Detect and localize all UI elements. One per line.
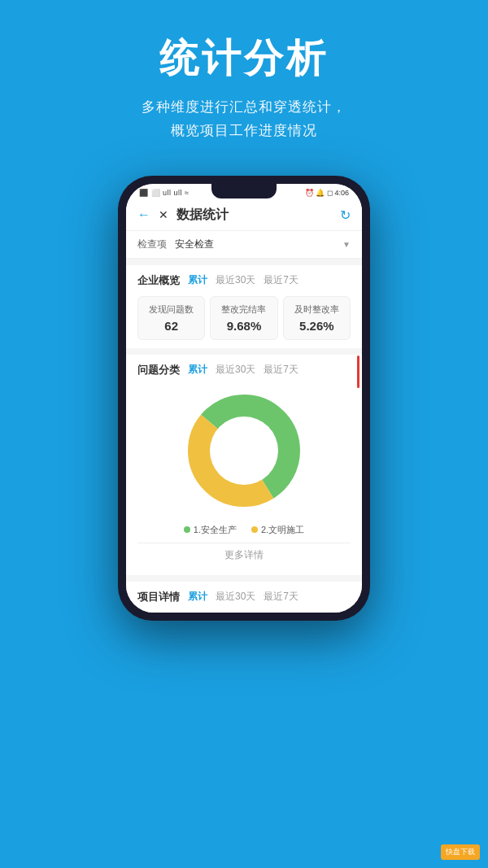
filter-value: 安全检查 — [175, 238, 334, 251]
refresh-icon[interactable]: ↻ — [340, 207, 351, 223]
legend-item-civilized: 2.文明施工 — [251, 524, 304, 536]
filter-label: 检查项 — [137, 238, 167, 251]
enterprise-tab-7days[interactable]: 最近7天 — [264, 273, 298, 287]
dropdown-arrow-icon[interactable]: ▼ — [342, 240, 351, 249]
phone-notch — [211, 184, 277, 198]
issues-tab-cumulative[interactable]: 累计 — [188, 363, 207, 377]
legend-item-safety: 1.安全生产 — [184, 524, 237, 536]
issues-section: 问题分类 累计 最近30天 最近7天 — [126, 355, 362, 575]
project-tab-30days[interactable]: 最近30天 — [216, 590, 255, 604]
stat-label-timely: 及时整改率 — [292, 303, 342, 316]
phone-outer: ⬛ ⬜ ull ull ≈ ⏰ 🔔 ◻ 4:06 ← ✕ 数据统计 ↻ 检查项 … — [118, 176, 370, 621]
scrollbar-hint — [357, 355, 359, 388]
stats-row: 发现问题数 62 整改完结率 9.68% 及时整改率 5.26% — [137, 296, 351, 340]
legend-label-safety: 1.安全生产 — [194, 524, 237, 536]
watermark-text: 快盘下载 — [446, 847, 475, 857]
phone-inner: ⬛ ⬜ ull ull ≈ ⏰ 🔔 ◻ 4:06 ← ✕ 数据统计 ↻ 检查项 … — [126, 184, 362, 613]
stat-card-issues: 发现问题数 62 — [137, 296, 205, 340]
legend-label-civilized: 2.文明施工 — [261, 524, 304, 536]
enterprise-tab-30days[interactable]: 最近30天 — [216, 273, 255, 287]
stat-card-timely: 及时整改率 5.26% — [283, 296, 351, 340]
hero-section: 统计分析 多种维度进行汇总和穿透统计， 概览项目工作进度情况 — [0, 0, 488, 159]
legend-row: 1.安全生产 2.文明施工 — [137, 524, 351, 536]
watermark: 快盘下载 — [441, 844, 480, 860]
stat-label-issues: 发现问题数 — [146, 303, 196, 316]
issues-tab-7days[interactable]: 最近7天 — [264, 363, 298, 377]
enterprise-section: 企业概览 累计 最近30天 最近7天 发现问题数 62 整改完结率 9.68% — [126, 265, 362, 348]
stat-card-completion: 整改完结率 9.68% — [210, 296, 277, 340]
app-header: ← ✕ 数据统计 ↻ — [126, 200, 362, 231]
hero-subtitle: 多种维度进行汇总和穿透统计， 概览项目工作进度情况 — [16, 96, 472, 143]
status-right: ⏰ 🔔 ◻ 4:06 — [305, 189, 349, 197]
donut-chart-container — [137, 386, 351, 516]
donut-chart — [179, 386, 309, 516]
page-title: 数据统计 — [176, 207, 332, 224]
project-tab-7days[interactable]: 最近7天 — [264, 590, 298, 604]
stat-label-completion: 整改完结率 — [219, 303, 268, 316]
project-tab-cumulative[interactable]: 累计 — [188, 590, 207, 604]
issues-header: 问题分类 累计 最近30天 最近7天 — [137, 363, 351, 377]
stat-value-completion: 9.68% — [219, 319, 268, 333]
status-left: ⬛ ⬜ ull ull ≈ — [139, 189, 189, 197]
project-section: 项目详情 累计 最近30天 最近7天 — [126, 582, 362, 613]
project-title: 项目详情 — [137, 590, 180, 604]
hero-title: 统计分析 — [16, 33, 472, 85]
filter-row: 检查项 安全检查 ▼ — [126, 231, 362, 259]
enterprise-title: 企业概览 — [137, 273, 180, 288]
issues-tab-30days[interactable]: 最近30天 — [216, 363, 255, 377]
back-icon[interactable]: ← — [137, 207, 150, 222]
legend-dot-civilized — [251, 526, 258, 533]
enterprise-header: 企业概览 累计 最近30天 最近7天 — [137, 273, 351, 288]
svg-point-2 — [210, 417, 278, 485]
enterprise-tab-cumulative[interactable]: 累计 — [188, 273, 207, 287]
stat-value-issues: 62 — [146, 319, 196, 333]
stat-value-timely: 5.26% — [292, 319, 342, 333]
legend-dot-safety — [184, 526, 190, 533]
more-details-button[interactable]: 更多详情 — [137, 543, 351, 567]
issues-title: 问题分类 — [137, 363, 180, 377]
phone-wrapper: ⬛ ⬜ ull ull ≈ ⏰ 🔔 ◻ 4:06 ← ✕ 数据统计 ↻ 检查项 … — [0, 176, 488, 621]
close-icon[interactable]: ✕ — [159, 208, 168, 221]
